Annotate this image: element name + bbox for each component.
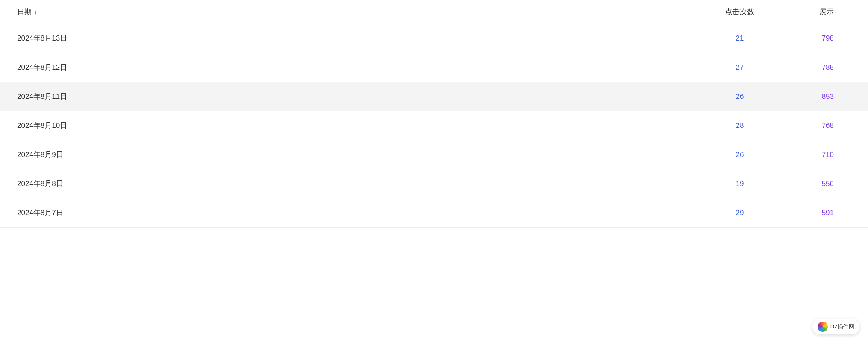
watermark-text: DZ插件网 bbox=[830, 323, 854, 331]
table-row: 2024年8月7日 29 591 bbox=[0, 198, 868, 228]
row-date: 2024年8月10日 bbox=[17, 121, 697, 130]
table-row: 2024年8月12日 27 788 bbox=[0, 53, 868, 82]
row-clicks: 21 bbox=[697, 34, 782, 43]
date-header-label: 日期 bbox=[17, 7, 32, 17]
row-displays: 788 bbox=[782, 63, 851, 72]
table-row: 2024年8月9日 26 710 bbox=[0, 140, 868, 169]
row-date: 2024年8月8日 bbox=[17, 179, 697, 189]
table-body: 2024年8月13日 21 798 2024年8月12日 27 788 2024… bbox=[0, 24, 868, 228]
row-date: 2024年8月7日 bbox=[17, 208, 697, 218]
row-displays: 710 bbox=[782, 151, 851, 159]
sort-icon[interactable]: ↓ bbox=[34, 9, 37, 15]
row-displays: 556 bbox=[782, 180, 851, 188]
watermark: DZ插件网 bbox=[812, 319, 859, 334]
table-row: 2024年8月8日 19 556 bbox=[0, 169, 868, 198]
table-row: 2024年8月10日 28 768 bbox=[0, 111, 868, 140]
row-clicks: 29 bbox=[697, 209, 782, 217]
row-displays: 798 bbox=[782, 34, 851, 43]
row-displays: 853 bbox=[782, 92, 851, 101]
row-clicks: 26 bbox=[697, 92, 782, 101]
row-clicks: 19 bbox=[697, 180, 782, 188]
row-displays: 768 bbox=[782, 121, 851, 130]
displays-column-header[interactable]: 展示 bbox=[782, 7, 851, 17]
row-clicks: 28 bbox=[697, 121, 782, 130]
row-date: 2024年8月13日 bbox=[17, 33, 697, 43]
clicks-column-header[interactable]: 点击次数 bbox=[697, 7, 782, 17]
data-table: 日期 ↓ 点击次数 展示 2024年8月13日 21 798 2024年8月12… bbox=[0, 0, 868, 343]
table-row: 2024年8月11日 26 853 bbox=[0, 82, 868, 111]
table-row: 2024年8月13日 21 798 bbox=[0, 24, 868, 53]
row-clicks: 27 bbox=[697, 63, 782, 72]
row-date: 2024年8月9日 bbox=[17, 150, 697, 160]
row-date: 2024年8月11日 bbox=[17, 92, 697, 101]
watermark-logo bbox=[818, 322, 828, 332]
row-clicks: 26 bbox=[697, 151, 782, 159]
row-date: 2024年8月12日 bbox=[17, 62, 697, 72]
date-column-header[interactable]: 日期 ↓ bbox=[17, 7, 697, 17]
table-header: 日期 ↓ 点击次数 展示 bbox=[0, 0, 868, 24]
row-displays: 591 bbox=[782, 209, 851, 217]
